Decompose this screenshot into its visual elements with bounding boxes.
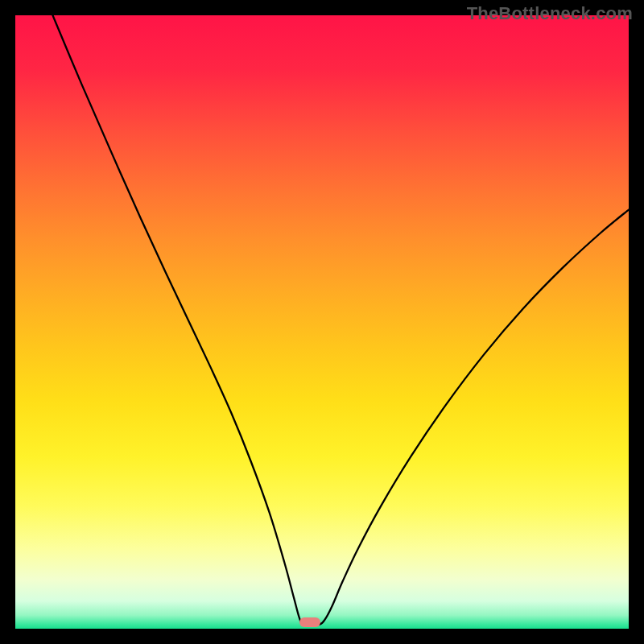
highlight-marker xyxy=(299,617,320,627)
bottleneck-curve xyxy=(15,15,629,629)
plot-area xyxy=(15,15,629,629)
watermark-text: TheBottleneck.com xyxy=(467,3,633,24)
chart-frame: TheBottleneck.com xyxy=(0,0,644,644)
